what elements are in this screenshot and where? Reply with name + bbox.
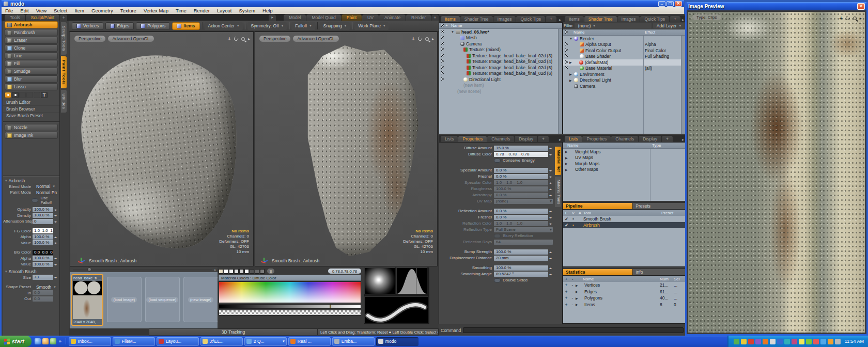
brush-tip-text[interactable]: T [41, 92, 48, 98]
shader-row-base-shader[interactable]: Base ShaderFull Shading [563, 54, 685, 60]
item-row-scene[interactable]: head_06.lwo* [439, 29, 562, 35]
start-button[interactable]: start [0, 336, 32, 347]
clip-type-dropdown[interactable]: Type: Clips [692, 14, 721, 20]
collapse-icon[interactable] [576, 283, 580, 287]
opacity-spinner[interactable] [53, 207, 58, 212]
eye-icon[interactable] [440, 29, 444, 34]
tab-material-ref[interactable]: Material Ref [555, 147, 561, 175]
image-preview-close-button[interactable] [857, 3, 865, 10]
expand-icon[interactable] [569, 37, 574, 40]
taskbar-item-filemaker[interactable]: FileM... [113, 337, 155, 346]
new-item-row[interactable]: (new item) [439, 83, 562, 89]
smoothing-angle-field[interactable]: 89.5247 ° [494, 272, 548, 277]
shader-row-environment[interactable]: Environment [563, 71, 685, 77]
eye-icon[interactable] [440, 53, 444, 57]
viewport-right[interactable]: Perspective Advanced OpenGL No Items Cha… [255, 31, 438, 266]
maximize-button[interactable] [667, 1, 674, 7]
value-slider[interactable] [219, 304, 361, 309]
add-panel-tab[interactable]: + [546, 16, 556, 22]
opacity-field[interactable]: 100.0 % [33, 207, 53, 212]
brush-tip-spray[interactable] [19, 92, 26, 98]
ie-quick-launch-icon[interactable] [35, 338, 41, 344]
tool-paintbrush[interactable]: Paintbrush [5, 29, 58, 36]
eye-icon[interactable] [564, 48, 568, 52]
menu-help[interactable]: Help [259, 8, 276, 13]
color-swatch[interactable] [219, 269, 223, 274]
tab-sculpt-paint[interactable]: Sculpt/Paint [26, 14, 59, 21]
shader-row-final-color-output[interactable]: Final Color OutputFinal Color [563, 48, 685, 54]
add-panel-tab[interactable]: + [538, 136, 549, 142]
fg-alpha-spinner[interactable] [53, 234, 58, 240]
snapping-dropdown[interactable]: Snapping [320, 22, 350, 30]
menu-edit[interactable]: Edit [17, 8, 32, 13]
brush-tip-round-selected[interactable] [5, 92, 11, 98]
anisotropy-field[interactable]: 0.0 % [494, 193, 548, 198]
alpha-slider[interactable] [219, 310, 361, 316]
in-field[interactable]: 0.0 [33, 290, 53, 295]
collapse-icon[interactable] [565, 168, 570, 171]
diffuse-amount-field[interactable]: 15.0 % [494, 146, 548, 151]
tab-paint-tools[interactable]: Paint Tools [61, 56, 67, 88]
spinner[interactable] [548, 265, 553, 271]
spinner[interactable] [548, 209, 553, 214]
conserve-energy-toggle[interactable] [494, 159, 501, 163]
pan-icon[interactable] [228, 36, 231, 42]
shader-scrollbar[interactable] [681, 36, 685, 134]
panel-overflow-icon[interactable] [682, 137, 684, 142]
bg-color-field[interactable]: 0.0 0.0 0.0 [33, 250, 53, 255]
shader-row-render[interactable]: Render [563, 36, 685, 42]
brush-stroke-preview[interactable] [364, 296, 428, 323]
roughness-field[interactable]: 100.0 % [494, 186, 548, 192]
pipeline-row-airbrush[interactable]: •Airbrush [563, 222, 685, 228]
enabled-check-icon[interactable] [563, 216, 570, 222]
item-row-texture-5[interactable]: Texture: Image: head_bake_final_02d (5) [439, 65, 562, 71]
tab-items-2[interactable]: Items [565, 16, 584, 22]
quick-launch-overflow[interactable]: » [58, 339, 63, 344]
smoothing-field[interactable]: 100.0 % [494, 265, 548, 271]
save-brush-preset-link[interactable]: Save Brush Preset [3, 113, 59, 119]
pan-icon-preview[interactable] [840, 15, 843, 21]
brush-profile-preview[interactable] [396, 267, 427, 294]
brush-browser-link[interactable]: Brush Browser [3, 106, 59, 113]
tab-statistics[interactable]: Statistics [563, 269, 632, 275]
brush-tip-star[interactable] [26, 92, 33, 98]
add-panel-tab[interactable]: + [662, 136, 673, 142]
size-field[interactable]: 73 [33, 275, 53, 280]
taskbar-item-inbox[interactable]: Inbox... [69, 337, 111, 346]
taskbar-item-embarcadero[interactable]: Emba... [332, 337, 375, 346]
tray-icon[interactable] [835, 339, 841, 344]
out-field[interactable]: 0.0 [33, 296, 53, 302]
mode-polygons-button[interactable]: Polygons [136, 22, 170, 30]
spinner[interactable] [548, 146, 553, 151]
load-image-button[interactable]: (load image) [107, 277, 142, 322]
reflection-color-field[interactable]: 1.0 1.0 1.0 [494, 221, 548, 226]
shape-preset-select[interactable]: Smooth [33, 283, 57, 291]
menu-layout[interactable]: Layout [213, 8, 236, 13]
displacement-distance-field[interactable]: 20 mm [494, 256, 548, 261]
fg-value-spinner[interactable] [53, 240, 58, 245]
density-field[interactable]: 100.0 % [33, 213, 53, 218]
action-center-dropdown[interactable]: Action Center [205, 22, 243, 30]
viewport-mode-pill-2[interactable]: Perspective [259, 36, 290, 42]
tab-channels-2[interactable]: Channels [611, 136, 638, 142]
spinner[interactable] [548, 249, 553, 255]
tool-eraser[interactable]: Eraser [5, 37, 58, 44]
rotate-icon[interactable] [233, 36, 239, 41]
bump-strength-field[interactable]: 100.0 % [494, 249, 548, 255]
tool-blur[interactable]: Blur [5, 75, 58, 83]
eye-icon[interactable] [440, 65, 444, 69]
attenuation-spinner[interactable] [53, 219, 58, 224]
zoom-icon[interactable] [241, 37, 245, 41]
select-add-icon[interactable]: + [563, 282, 569, 288]
spinner[interactable] [548, 168, 553, 173]
select-add-icon[interactable]: + [563, 295, 569, 301]
item-row-texture-mixed[interactable]: Texture: (mixed) [439, 47, 562, 53]
tab-uv[interactable]: UV [362, 14, 379, 21]
shader-row-directional-light[interactable]: Directional Light [563, 77, 685, 84]
tab-lists[interactable]: Lists [441, 136, 458, 142]
mode-items-button[interactable]: Items [172, 22, 199, 30]
collapse-icon[interactable] [569, 72, 574, 76]
brush-tip-pattern[interactable] [34, 92, 40, 98]
bg-value-spinner[interactable] [53, 262, 58, 267]
brush-editor-link[interactable]: Brush Editor [3, 99, 59, 106]
